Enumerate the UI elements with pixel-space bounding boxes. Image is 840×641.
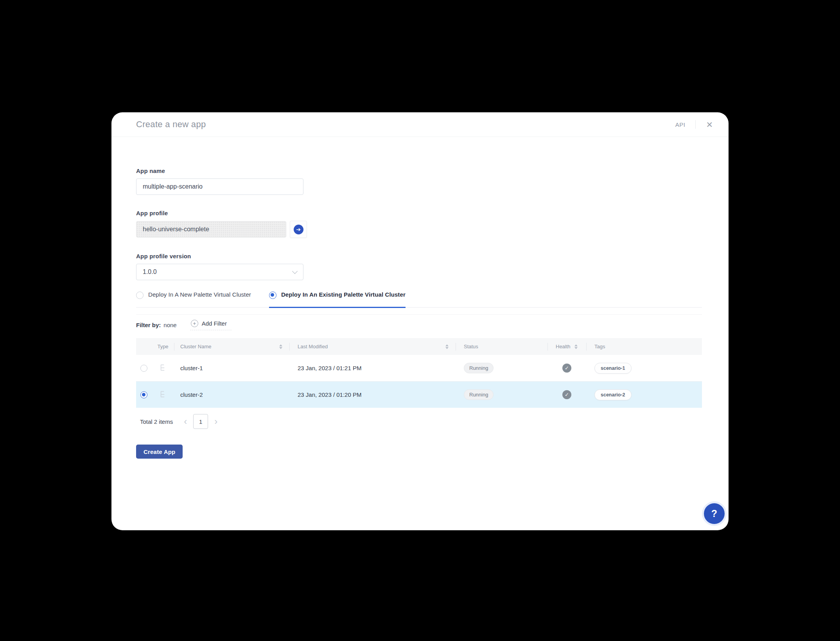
header-cluster-name: Cluster Name [174,338,289,355]
next-page-icon[interactable]: › [213,417,219,426]
tab-deploy-existing-cluster-label: Deploy In An Existing Palette Virtual Cl… [281,291,406,298]
selected-version: 1.0.0 [143,268,157,275]
header-cluster-name-label: Cluster Name [180,344,211,349]
filter-bar: Filter by: none + Add Filter [136,315,702,335]
virtual-cluster-type-icon [158,363,168,373]
app-profile-version-label: App profile version [136,253,702,259]
header-actions: API ✕ [675,120,713,129]
header-status-label: Status [464,344,478,349]
row2-last-modified: 23 Jan, 2023 / 01:20 PM [289,382,456,408]
row2-status-badge: Running [464,389,494,400]
arrow-right-icon: ➔ [294,225,303,234]
row1-select-cell [136,355,152,381]
app-profile-label: App profile [136,210,702,216]
close-icon[interactable]: ✕ [706,121,713,129]
tab-deploy-existing-cluster[interactable]: Deploy In An Existing Palette Virtual Cl… [269,290,406,308]
row2-status-cell: Running [456,382,547,408]
api-link[interactable]: API [675,121,686,128]
row2-tags-cell: scenario-2 [586,382,702,408]
row2-cluster-name: cluster-2 [174,382,289,408]
tab-deploy-new-cluster[interactable]: Deploy In A New Palette Virtual Cluster [136,290,251,307]
row2-radio-selected[interactable] [140,391,147,398]
row1-health-cell: ✓ [547,355,586,381]
header-status: Status [456,338,547,355]
header-last-modified: Last Modified [289,338,456,355]
virtual-cluster-type-icon [158,390,168,400]
question-mark-icon: ? [711,508,717,519]
clusters-table: Type Cluster Name Last Modified Status H… [136,338,702,408]
header-tags: Tags [586,338,702,355]
row1-last-modified: 23 Jan, 2023 / 01:21 PM [289,355,456,381]
radio-selected-icon [269,292,276,299]
create-app-dialog: Create a new app API ✕ App name App prof… [111,112,729,530]
pagination-bar: Total 2 items ‹ 1 › [136,414,702,429]
header-type: Type [152,338,174,355]
table-row-cluster-1[interactable]: cluster-1 23 Jan, 2023 / 01:21 PM Runnin… [136,355,702,382]
header-health-label: Health [556,344,571,349]
table-row-cluster-2[interactable]: cluster-2 23 Jan, 2023 / 01:20 PM Runnin… [136,382,702,408]
app-profile-field-group: App profile ➔ [136,210,702,238]
chevron-down-icon [292,268,298,274]
total-items-label: Total 2 items [140,418,173,425]
header-health: Health [547,338,586,355]
plus-circle-icon: + [191,320,198,327]
row1-health-check-icon: ✓ [562,364,571,373]
row1-radio-unselected[interactable] [140,365,147,372]
filter-by-label: Filter by: [136,322,161,328]
header-tags-label: Tags [594,344,605,349]
app-name-input[interactable] [136,178,303,195]
tab-deploy-new-cluster-label: Deploy In A New Palette Virtual Cluster [148,291,251,298]
app-profile-input [136,221,286,238]
app-profile-version-field-group: App profile version 1.0.0 [136,253,702,280]
open-app-profile-button[interactable]: ➔ [290,221,307,238]
row2-tag: scenario-2 [594,389,632,400]
sort-last-modified-icon[interactable] [445,344,449,349]
radio-unselected-icon [136,292,144,299]
deploy-mode-tabs: Deploy In A New Palette Virtual Cluster … [136,290,702,308]
dialog-body: App name App profile ➔ App profile versi… [111,167,729,459]
row1-cluster-name: cluster-1 [174,355,289,381]
current-page-button[interactable]: 1 [193,414,208,429]
row1-tag: scenario-1 [594,363,632,374]
filter-by-value: none [163,322,176,328]
row2-health-cell: ✓ [547,382,586,408]
header-select-column [136,338,152,355]
create-app-button[interactable]: Create App [136,445,183,459]
row1-tags-cell: scenario-1 [586,355,702,381]
row2-select-cell [136,382,152,408]
app-name-field-group: App name [136,167,702,195]
dialog-title: Create a new app [136,119,675,130]
header-last-modified-label: Last Modified [298,344,328,349]
add-filter-button[interactable]: + Add Filter [190,320,232,330]
app-name-label: App name [136,167,702,174]
sort-health-icon[interactable] [574,344,578,349]
add-filter-label: Add Filter [202,320,227,327]
row2-health-check-icon: ✓ [562,390,571,399]
help-button[interactable]: ? [704,503,725,524]
dialog-header: Create a new app API ✕ [111,112,729,137]
header-divider [695,120,696,129]
row2-type-cell [152,382,174,408]
row1-status-badge: Running [464,363,494,373]
table-header-row: Type Cluster Name Last Modified Status H… [136,338,702,355]
screen-background: Create a new app API ✕ App name App prof… [0,0,840,641]
app-profile-row: ➔ [136,221,702,238]
sort-cluster-name-icon[interactable] [279,344,282,349]
row1-status-cell: Running [456,355,547,381]
row1-type-cell [152,355,174,381]
previous-page-icon[interactable]: ‹ [182,417,188,426]
app-profile-version-select[interactable]: 1.0.0 [136,264,303,280]
